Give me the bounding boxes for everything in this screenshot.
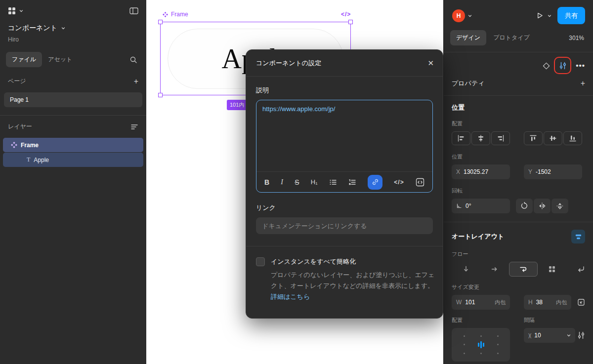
tab-assets[interactable]: アセット [42, 52, 78, 67]
align-right-button[interactable] [491, 131, 510, 145]
search-icon[interactable] [129, 56, 140, 64]
component-diamond-icon [163, 12, 168, 17]
y-position-input[interactable]: Y -1502 [524, 164, 582, 179]
link-button-active[interactable] [368, 175, 382, 190]
w-mode[interactable]: 内包 [495, 299, 506, 306]
zoom-level[interactable]: 301% [569, 35, 587, 41]
code-block-icon[interactable] [416, 178, 424, 187]
share-button[interactable]: 共有 [557, 7, 585, 24]
rotate-button[interactable] [516, 199, 533, 213]
chevron-down-icon[interactable] [567, 333, 571, 337]
close-icon[interactable]: ✕ [427, 59, 434, 68]
left-sidebar: コンポーネント Hiro ファイル アセット ページ + Page 1 レイヤー [0, 0, 146, 364]
autolayout-section: オートレイアウト フロー サイズ変更 W 101 内包 H 38 [444, 222, 593, 364]
tab-prototype[interactable]: プロトタイプ [488, 30, 535, 45]
chevron-down-icon[interactable] [19, 9, 23, 13]
link-input[interactable] [256, 217, 433, 234]
flow-horizontal-button[interactable] [480, 262, 509, 277]
selection-handle[interactable] [158, 20, 163, 24]
flow-grid-button[interactable] [538, 262, 566, 277]
present-play-icon[interactable] [536, 12, 544, 19]
position-section: 位置 配置 位置 X 13025.27 Y -1502 [444, 96, 593, 222]
x-value: 13025.27 [464, 168, 488, 175]
bold-button[interactable]: B [264, 178, 269, 186]
chevron-down-icon[interactable] [61, 26, 65, 30]
y-value: -1502 [536, 168, 551, 175]
chevron-down-icon[interactable] [548, 14, 551, 18]
width-input[interactable]: W 101 内包 [452, 295, 510, 310]
resize-label: サイズ変更 [452, 283, 585, 291]
flow-vertical-button[interactable] [452, 262, 480, 277]
resize-settings-icon[interactable] [577, 298, 585, 306]
flip-horizontal-button[interactable] [534, 199, 551, 213]
add-property-button[interactable]: + [581, 80, 585, 87]
bullet-list-icon[interactable] [329, 178, 337, 186]
rotation-label: 回転 [452, 187, 585, 195]
learn-more-link[interactable]: 詳細はこちら [271, 293, 310, 300]
simplify-checkbox[interactable] [256, 257, 265, 266]
description-editor[interactable]: https://www.apple.com/jp/ B I S H₁ </> [256, 100, 433, 193]
rotation-input[interactable]: 0° [452, 199, 510, 213]
page-item[interactable]: Page 1 [4, 92, 142, 107]
avatar[interactable]: H [452, 9, 465, 22]
pages-header: ページ [8, 77, 26, 85]
numbered-list-icon[interactable] [348, 178, 356, 186]
flow-label: フロー [452, 250, 585, 258]
height-input[interactable]: H 38 内包 [524, 295, 571, 310]
frame-canvas-label-text: Frame [171, 11, 188, 18]
simplify-label: インスタンスをすべて簡略化 [271, 257, 356, 266]
align-left-button[interactable] [452, 131, 470, 145]
layer-item-text[interactable]: T Apple [3, 153, 143, 167]
tab-files[interactable]: ファイル [6, 52, 42, 67]
inline-code-button[interactable]: </> [394, 179, 404, 186]
layer-item-frame[interactable]: Frame [3, 138, 143, 152]
h-label: H [528, 299, 533, 306]
advanced-layout-icon[interactable] [577, 331, 585, 339]
dev-mode-icon[interactable]: </> [341, 11, 351, 18]
collapse-sidebar-icon[interactable] [129, 7, 138, 15]
align-top-button[interactable] [524, 131, 543, 145]
position-label: 位置 [452, 153, 585, 161]
add-page-button[interactable]: + [134, 78, 138, 85]
italic-button[interactable]: I [281, 178, 283, 186]
layer-options-icon[interactable] [130, 123, 138, 131]
gap-input[interactable]: )( 10 [524, 328, 575, 343]
description-label: 説明 [256, 86, 433, 95]
tab-design[interactable]: デザイン [450, 30, 486, 45]
x-position-input[interactable]: X 13025.27 [452, 164, 510, 179]
component-settings-modal: コンポーネントの設定 ✕ 説明 https://www.apple.com/jp… [246, 49, 443, 319]
more-options-icon[interactable]: ••• [576, 64, 585, 68]
link-label: リンク [256, 203, 433, 212]
align-center-horizontal-button[interactable] [471, 131, 490, 145]
heading-button[interactable]: H₁ [311, 178, 318, 186]
h-mode[interactable]: 内包 [556, 299, 567, 306]
autolayout-toggle-button[interactable] [571, 230, 585, 243]
flow-wrap-button[interactable] [509, 262, 538, 277]
richtext-toolbar: B I S H₁ </> [256, 171, 432, 192]
selection-handle[interactable] [348, 20, 353, 24]
position-section-title: 位置 [452, 103, 585, 112]
description-value[interactable]: https://www.apple.com/jp/ [256, 100, 432, 171]
flip-vertical-button[interactable] [551, 199, 568, 213]
strikethrough-button[interactable]: S [295, 178, 299, 186]
component-config-button[interactable] [558, 61, 567, 70]
text-layer-icon: T [27, 156, 30, 163]
page-item-label: Page 1 [10, 96, 29, 103]
main-menu-icon[interactable] [8, 7, 16, 15]
properties-label: プロパティ [452, 79, 485, 88]
component-actions-icon[interactable] [543, 62, 550, 70]
autolayout-alignment-widget[interactable] [452, 328, 510, 362]
selection-handle[interactable] [158, 93, 163, 97]
chevron-down-icon[interactable] [468, 14, 472, 18]
document-title: コンポーネント [8, 24, 57, 33]
align-middle-vertical-button[interactable] [544, 131, 562, 145]
align-bottom-button[interactable] [563, 131, 582, 145]
autolayout-section-title: オートレイアウト [452, 232, 504, 241]
gap-value: 10 [534, 332, 541, 339]
reset-flow-icon[interactable] [577, 265, 585, 273]
document-title-row[interactable]: コンポーネント [8, 24, 138, 33]
h-value: 38 [536, 299, 543, 306]
alignment-center-indicator[interactable] [478, 341, 484, 348]
frame-canvas-label[interactable]: Frame [163, 11, 188, 18]
layer-frame-label: Frame [21, 142, 39, 149]
